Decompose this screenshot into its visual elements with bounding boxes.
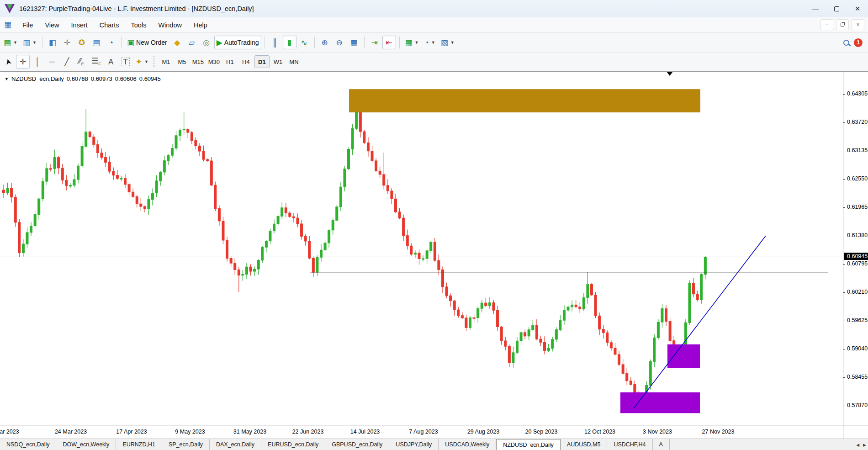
notification-badge[interactable]: 1 (854, 38, 863, 47)
text-label-button[interactable]: T (119, 55, 132, 69)
tab-nsdq-ecn-daily[interactable]: NSDQ_ecn,Daily (0, 439, 56, 450)
timeframe-mn-button[interactable]: MN (286, 55, 302, 68)
menu-insert[interactable]: Insert (65, 17, 94, 32)
equidistant-channel-button[interactable]: ⁄⁄E (74, 55, 88, 69)
one-click-trading-arrow[interactable]: ▼ (5, 77, 9, 81)
arrows-button[interactable]: ✦▼ (133, 55, 151, 69)
zoom-in-button[interactable]: ⊕ (318, 36, 332, 49)
child-minimize-button[interactable]: – (820, 19, 833, 30)
trend-line-button[interactable]: ╱ (60, 55, 74, 69)
timeframe-m1-button[interactable]: M1 (159, 55, 174, 68)
timeframe-m5-button[interactable]: M5 (175, 55, 190, 68)
menu-view[interactable]: View (39, 17, 65, 32)
templates-dropdown-icon[interactable]: ▼ (450, 40, 455, 45)
child-close-button[interactable]: × (852, 19, 864, 30)
tab-gbpusd-ecn-daily[interactable]: GBPUSD_ecn,Daily (325, 439, 389, 450)
terminal-button[interactable]: ▤ (90, 36, 103, 49)
metaquotes-docs-button[interactable]: ▱ (185, 36, 199, 49)
tab-eurusd-ecn-daily[interactable]: EURUSD_ecn,Daily (261, 439, 325, 450)
tab-audusd-m5[interactable]: AUDUSD,M5 (561, 439, 608, 450)
menu-help[interactable]: Help (188, 17, 213, 32)
new-chart-button[interactable]: ▦▼ (1, 36, 20, 49)
cursor-button[interactable]: ➤ (1, 55, 15, 69)
periods-button[interactable]: ◔▼ (422, 36, 438, 49)
candle-body (155, 181, 158, 193)
chart-candles-button[interactable]: ▮ (283, 36, 296, 49)
tab-eurnzd-h1[interactable]: EURNZD,H1 (116, 439, 162, 450)
candle-body (332, 220, 334, 230)
menu-tools[interactable]: Tools (125, 17, 153, 32)
candle-body (410, 246, 413, 254)
signals-button[interactable]: ◎ (200, 36, 213, 49)
market-watch-button[interactable]: ◧ (46, 36, 59, 49)
zoom-out-button[interactable]: ⊖ (333, 36, 346, 49)
search-icon[interactable] (843, 40, 849, 46)
candle-body (69, 185, 71, 186)
candle-body (42, 181, 44, 199)
chart-bars-button[interactable]: ║ (268, 36, 282, 49)
data-window-button[interactable]: ✛ (60, 36, 74, 49)
tab-usdchf-h4[interactable]: USDCHF,H4 (607, 439, 652, 450)
timeframe-h4-button[interactable]: H4 (238, 55, 254, 68)
fibonacci-button[interactable]: ☰F (89, 55, 103, 69)
tab-usdcad-weekly[interactable]: USDCAD,Weekly (439, 439, 496, 450)
chart-shift-button[interactable]: ⇥ (368, 36, 381, 49)
arrows-dropdown-icon[interactable]: ▼ (144, 59, 148, 64)
new-order-button[interactable]: ▣New Order (125, 36, 169, 49)
autotrading-label: AutoTrading (224, 39, 259, 46)
tab-nzdusd-ecn-daily[interactable]: NZDUSD_ecn,Daily (496, 439, 560, 450)
menu-charts[interactable]: Charts (94, 17, 125, 32)
autotrading-button[interactable]: ▶AutoTrading (214, 36, 261, 49)
tab-usdjpy-daily[interactable]: USDJPY,Daily (389, 439, 439, 450)
periods-dropdown-icon[interactable]: ▼ (431, 40, 435, 45)
close-button[interactable]: × (847, 0, 868, 17)
candle-body (504, 341, 507, 346)
auto-scroll-button[interactable]: ⇤ (382, 36, 396, 49)
templates-button[interactable]: ▧▼ (439, 36, 457, 49)
candle-body (438, 260, 440, 270)
profiles-button[interactable]: ▥▼ (21, 36, 39, 49)
tab-dax-ecn-daily[interactable]: DAX_ecn,Daily (210, 439, 261, 450)
vertical-line-button[interactable]: │ (31, 55, 44, 69)
horizontal-line-button[interactable]: ─ (45, 55, 59, 69)
tile-windows-button[interactable]: ▦ (347, 36, 361, 49)
tab-scroll-left-icon[interactable]: ◀ (856, 443, 859, 447)
menu-file[interactable]: File (16, 17, 39, 32)
timeframe-h1-button[interactable]: H1 (222, 55, 238, 68)
chart-line-button[interactable]: ∿ (297, 36, 311, 49)
minimize-button[interactable]: — (805, 0, 826, 17)
tab-a[interactable]: A (653, 439, 670, 450)
navigator-button[interactable]: ✪ (75, 36, 89, 49)
candle-body (339, 187, 342, 207)
metaeditor-button[interactable]: ◆ (170, 36, 184, 49)
candle-body (532, 325, 534, 329)
candle-body (296, 218, 299, 224)
date-axis[interactable]: 2 Mar 202324 Mar 202317 Apr 20239 May 20… (0, 425, 868, 439)
crosshair-button[interactable]: ✛ (16, 55, 30, 69)
menu-window[interactable]: Window (152, 17, 188, 32)
timeframe-w1-button[interactable]: W1 (270, 55, 286, 68)
date-label: 22 Jun 2023 (292, 429, 324, 435)
tab-sp-ecn-daily[interactable]: SP_ecn,Daily (162, 439, 210, 450)
new-chart-dropdown-icon[interactable]: ▼ (13, 40, 17, 45)
profiles-dropdown-icon[interactable]: ▼ (32, 40, 37, 45)
symbol-tab-bar: NSDQ_ecn,DailyDOW_ecn,WeeklyEURNZD,H1SP_… (0, 439, 868, 450)
indicators-dropdown-icon[interactable]: ▼ (415, 40, 419, 45)
text-button[interactable]: A (104, 55, 118, 69)
tab-dow-ecn-weekly[interactable]: DOW_ecn,Weekly (56, 439, 116, 450)
tab-scroll-right-icon[interactable]: ▶ (863, 443, 866, 447)
toolbar-drag-handle[interactable] (153, 56, 156, 67)
child-restore-button[interactable] (836, 19, 849, 30)
candle-body (120, 178, 122, 179)
price-axis[interactable]: 0.643050.637200.631350.625500.619650.613… (843, 72, 868, 425)
text-icon: A (108, 58, 113, 66)
timeframe-d1-button[interactable]: D1 (254, 55, 270, 68)
candle-body (163, 161, 165, 172)
maximize-button[interactable] (826, 0, 847, 17)
chart-canvas[interactable] (0, 72, 843, 425)
strategy-tester-button[interactable]: ◔ (104, 36, 118, 49)
candle-body (328, 230, 330, 243)
indicators-button[interactable]: ▦▼ (403, 36, 421, 49)
timeframe-m30-button[interactable]: M30 (206, 55, 222, 68)
timeframe-m15-button[interactable]: M15 (191, 55, 206, 68)
